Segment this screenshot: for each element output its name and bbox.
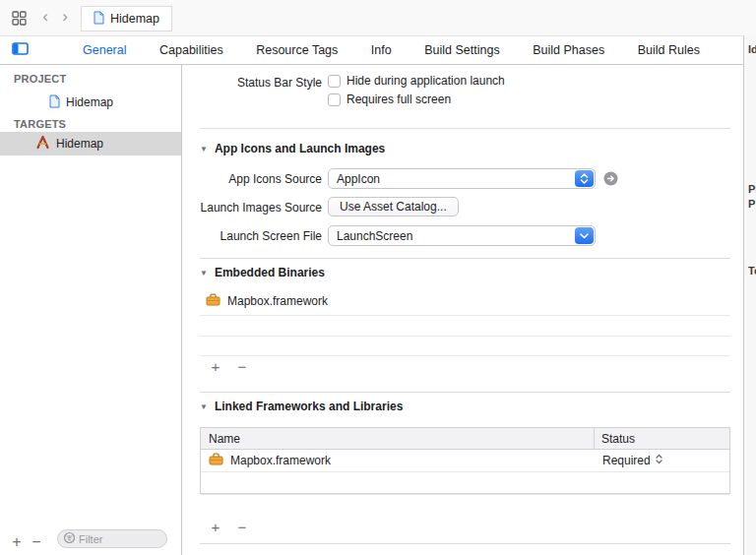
status-popup[interactable]: Required xyxy=(595,453,663,468)
section-divider xyxy=(200,392,730,393)
column-header-name[interactable]: Name xyxy=(201,432,594,446)
tab-info[interactable]: Info xyxy=(371,43,392,57)
project-item-label: Hidemap xyxy=(66,95,113,109)
settings-tabbar: General Capabilities Resource Tags Info … xyxy=(0,36,743,65)
tab-strip: General Capabilities Resource Tags Info … xyxy=(83,43,700,57)
launch-screen-file-combo[interactable]: LaunchScreen xyxy=(328,225,596,246)
status-bar-style-label: Status Bar Style xyxy=(182,76,322,90)
sidebar-add-button[interactable]: + xyxy=(10,533,24,551)
editor-tab[interactable]: Hidemap xyxy=(81,6,172,31)
use-asset-catalog-label: Use Asset Catalog... xyxy=(340,200,447,214)
inspector-label-fragment: Pr xyxy=(748,183,756,195)
framework-toolbox-icon xyxy=(209,453,223,468)
status-value: Required xyxy=(602,454,651,467)
tab-overview-icon[interactable] xyxy=(12,11,27,29)
framework-name-text: Mapbox.framework xyxy=(230,454,331,467)
section-divider xyxy=(200,128,730,129)
file-icon xyxy=(94,11,104,28)
project-sidebar: PROJECT Hidemap TARGETS Hidemap + − xyxy=(0,65,182,555)
filter-icon xyxy=(63,531,76,547)
linked-frameworks-section-label: Linked Frameworks and Libraries xyxy=(215,400,403,413)
framework-name-cell: Mapbox.framework xyxy=(201,453,595,468)
filter-field[interactable] xyxy=(57,529,167,548)
sidebar-item-project-hidemap[interactable]: Hidemap xyxy=(49,91,113,114)
requires-fullscreen-checkbox[interactable] xyxy=(328,93,341,106)
jump-to-asset-arrow-button[interactable] xyxy=(603,171,618,186)
section-divider xyxy=(200,543,730,544)
targets-section-header: TARGETS xyxy=(14,118,66,130)
use-asset-catalog-button[interactable]: Use Asset Catalog... xyxy=(328,197,459,216)
list-row-divider xyxy=(200,355,730,356)
linked-frameworks-table: Name Status Mapbox.framework xyxy=(200,427,730,494)
app-icons-section-label: App Icons and Launch Images xyxy=(215,142,385,155)
filter-input[interactable] xyxy=(79,533,158,545)
hide-during-launch-checkbox[interactable] xyxy=(328,75,341,88)
linked-frameworks-section-title: ▼ Linked Frameworks and Libraries xyxy=(200,400,403,413)
table-header-row: Name Status xyxy=(201,428,729,450)
inspector-label-fragment: Id xyxy=(748,43,756,55)
embedded-binaries-controls: + − xyxy=(210,358,248,375)
project-file-icon xyxy=(49,94,60,111)
list-row-divider xyxy=(200,315,730,316)
app-icons-source-popup[interactable]: AppIcon xyxy=(328,168,596,189)
app-target-icon xyxy=(35,135,50,153)
tab-build-settings[interactable]: Build Settings xyxy=(424,43,499,57)
xcode-window: ‹ › Hidemap General Capabilities Resourc… xyxy=(0,0,756,555)
inspector-panel-clipped: Id Pr P Te xyxy=(743,35,756,555)
embedded-binaries-section-title: ▼ Embedded Binaries xyxy=(200,266,325,279)
table-row-empty xyxy=(201,472,729,495)
tab-build-phases[interactable]: Build Phases xyxy=(533,43,604,57)
forward-button[interactable]: › xyxy=(57,7,73,27)
list-row-divider xyxy=(200,336,730,337)
embedded-binary-name: Mapbox.framework xyxy=(227,294,328,308)
app-icons-section-title: ▼ App Icons and Launch Images xyxy=(200,142,385,155)
back-button[interactable]: ‹ xyxy=(37,7,53,27)
inspector-label-fragment: P xyxy=(748,198,755,210)
embedded-remove-button[interactable]: − xyxy=(236,358,248,375)
editor-tab-title: Hidemap xyxy=(110,12,159,26)
linked-remove-button[interactable]: − xyxy=(236,519,248,535)
sidebar-item-target-hidemap[interactable]: Hidemap xyxy=(0,132,181,155)
requires-fullscreen-label[interactable]: Requires full screen xyxy=(346,92,451,106)
standard-editor-icon[interactable] xyxy=(12,42,29,58)
linked-frameworks-controls: + − xyxy=(210,519,248,535)
table-row[interactable]: Mapbox.framework Required xyxy=(201,450,729,472)
tab-build-rules[interactable]: Build Rules xyxy=(638,43,700,57)
framework-toolbox-icon xyxy=(206,293,220,309)
launch-screen-file-value: LaunchScreen xyxy=(337,229,412,243)
launch-images-source-label: Launch Images Source xyxy=(182,201,322,215)
inspector-label-fragment: Te xyxy=(748,265,756,277)
tab-resource-tags[interactable]: Resource Tags xyxy=(256,43,338,57)
hide-during-launch-row: Hide during application launch xyxy=(328,74,505,88)
column-header-status[interactable]: Status xyxy=(595,432,729,446)
project-section-header: PROJECT xyxy=(14,73,66,85)
toolbar: ‹ › Hidemap xyxy=(0,0,756,36)
general-settings-pane: Status Bar Style Hide during application… xyxy=(182,65,743,555)
combo-dropdown-icon xyxy=(575,227,594,244)
tab-capabilities[interactable]: Capabilities xyxy=(159,43,223,57)
linked-add-button[interactable]: + xyxy=(210,519,221,535)
disclosure-triangle-icon[interactable]: ▼ xyxy=(200,145,208,154)
status-stepper-icon xyxy=(655,453,663,468)
embedded-binaries-section-label: Embedded Binaries xyxy=(215,266,325,279)
launch-screen-file-label: Launch Screen File xyxy=(182,229,322,243)
embedded-binary-row[interactable]: Mapbox.framework xyxy=(206,293,328,309)
section-divider xyxy=(200,258,730,259)
requires-fullscreen-row: Requires full screen xyxy=(328,92,451,106)
disclosure-triangle-icon[interactable]: ▼ xyxy=(200,269,208,278)
embedded-add-button[interactable]: + xyxy=(210,358,221,375)
popup-stepper-icon xyxy=(575,170,594,187)
app-icons-source-label: App Icons Source xyxy=(182,172,322,186)
hide-during-launch-label[interactable]: Hide during application launch xyxy=(346,74,505,88)
sidebar-remove-button[interactable]: − xyxy=(30,533,43,551)
app-icons-source-value: AppIcon xyxy=(337,172,380,186)
disclosure-triangle-icon[interactable]: ▼ xyxy=(200,402,208,411)
target-item-label: Hidemap xyxy=(56,137,103,151)
tab-general[interactable]: General xyxy=(83,43,126,57)
